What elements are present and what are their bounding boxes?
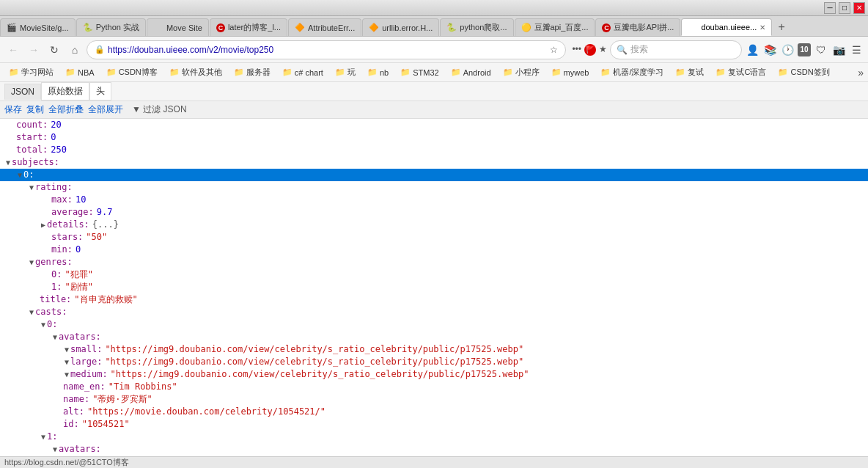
tab-urllib[interactable]: 🔶urllib.error.H...: [362, 18, 439, 36]
json-line-12: 0: "犯罪": [0, 268, 868, 281]
bookmark-4[interactable]: 📁服务器: [229, 65, 275, 79]
bookmark-label-13: 复试: [688, 67, 704, 78]
bookmark-12[interactable]: 📁机器/深度学习: [596, 65, 668, 79]
extensions-badge: 10: [798, 43, 811, 56]
camera-icon[interactable]: 📷: [831, 43, 846, 57]
json-line-2: total: 250: [0, 144, 868, 156]
search-bar[interactable]: 🔍 搜索: [610, 40, 742, 59]
more-icon[interactable]: •••: [572, 44, 581, 56]
json-toggle-26[interactable]: ▼: [53, 443, 57, 456]
json-key-5: rating:: [35, 181, 73, 194]
json-toggle-11[interactable]: ▼: [29, 256, 34, 268]
tab-close-douban2[interactable]: ✕: [760, 23, 765, 32]
bookmark-11[interactable]: 📁myweb: [547, 66, 594, 78]
bookmark-9[interactable]: 📁Android: [446, 66, 496, 78]
bookmark-13[interactable]: 📁复试: [671, 65, 708, 79]
bookmark-1[interactable]: 📁NBA: [61, 66, 99, 78]
tab-douban1[interactable]: 🟡豆瓣api_百度...: [515, 18, 595, 36]
json-key-19: large:: [70, 356, 102, 368]
bookmark-8[interactable]: 📁STM32: [396, 66, 443, 78]
json-toggle-17[interactable]: ▼: [53, 331, 57, 343]
history-icon[interactable]: 🕐: [780, 43, 795, 57]
json-toggle-4[interactable]: ▼: [18, 169, 22, 181]
tab-python[interactable]: 🐍Python 实战: [76, 18, 146, 36]
json-key-24: id:: [63, 418, 79, 431]
profile-icon[interactable]: 👤: [745, 43, 760, 57]
json-content[interactable]: count: 20start: 0total: 250▼subjects: ▼0…: [0, 119, 868, 456]
bookmark-label-14: 复试C语言: [728, 67, 766, 78]
collections-icon[interactable]: 📚: [762, 43, 777, 57]
forward-button[interactable]: →: [25, 41, 43, 59]
tab-later[interactable]: Clater的博客_l...: [210, 18, 287, 36]
json-action-2[interactable]: 全部折叠: [48, 103, 84, 116]
json-toggle-18[interactable]: ▼: [65, 343, 69, 356]
json-toggle-25[interactable]: ▼: [41, 431, 45, 443]
bookmark-0[interactable]: 📁学习网站: [4, 65, 58, 79]
minimize-button[interactable]: ─: [824, 2, 836, 14]
bookmark-5[interactable]: 📁c# chart: [278, 66, 328, 78]
tab-doubanapi[interactable]: C豆瓣电影API拼...: [595, 18, 680, 36]
json-action-0[interactable]: 保存: [4, 103, 22, 116]
maximize-button[interactable]: □: [839, 2, 850, 14]
url-bar[interactable]: 🔒 https://douban.uieee.com/v2/movie/top2…: [87, 40, 566, 59]
bookmark-6[interactable]: 📁玩: [331, 65, 360, 79]
json-key-22: name:: [63, 393, 89, 406]
bookmark-label-5: c# chart: [295, 68, 323, 77]
json-value-20: "https://img9.doubanio.com/view/celebrit…: [111, 368, 529, 381]
search-placeholder: 搜索: [630, 43, 735, 56]
new-tab-button[interactable]: +: [773, 18, 790, 36]
json-toggle-16[interactable]: ▼: [41, 318, 45, 331]
json-indent-8: [3, 219, 41, 231]
json-toggle-19[interactable]: ▼: [65, 356, 69, 368]
json-action-1[interactable]: 复制: [26, 103, 44, 116]
json-key-2: total:: [16, 144, 48, 156]
translate-icon[interactable]: ★: [599, 44, 607, 56]
bookmark-3[interactable]: 📁软件及其他: [165, 65, 227, 79]
close-button[interactable]: ✕: [853, 2, 865, 14]
tab-moviesite[interactable]: 🎬MovieSite/g...: [0, 18, 76, 36]
bookmark-2[interactable]: 📁CSDN博客: [102, 65, 162, 79]
json-toggle-27[interactable]: ▼: [65, 456, 69, 456]
tab-movesite[interactable]: Move Site: [147, 18, 209, 36]
url-actions: ☆: [550, 45, 558, 55]
tab-favicon-doubanapi: C: [602, 23, 611, 32]
json-indent-26: [3, 443, 53, 456]
bookmark-icon-9: 📁: [451, 67, 461, 77]
json-indent-22: [3, 393, 53, 406]
bookmarks-overflow-button[interactable]: »: [858, 67, 864, 78]
tab-douban2[interactable]: douban.uieee...✕: [681, 18, 772, 36]
json-action-3[interactable]: 全部展开: [88, 103, 123, 116]
bookmark-star-icon[interactable]: ☆: [550, 45, 558, 55]
shield-icon[interactable]: 🛡: [814, 43, 828, 57]
json-toggle-3[interactable]: ▼: [6, 156, 10, 169]
home-button[interactable]: ⌂: [66, 41, 84, 59]
tab-pycharm[interactable]: 🐍python爬取...: [440, 18, 513, 36]
json-tab-0[interactable]: JSON: [4, 84, 41, 100]
json-indent-19: [3, 356, 65, 368]
json-line-20: ▼medium: "https://img9.doubanio.com/view…: [0, 368, 868, 381]
tab-label-python: Python 实战: [96, 22, 139, 33]
tab-attrerr[interactable]: 🔶AttributeErr...: [288, 18, 361, 36]
tab-favicon-douban2: [688, 22, 698, 32]
bookmark-15[interactable]: 📁CSDN签到: [773, 65, 834, 79]
bookmark-icon-4: 📁: [234, 67, 244, 77]
json-toggle-5[interactable]: ▼: [29, 181, 34, 194]
filter-json-button[interactable]: ▼ 过滤 JSON: [132, 103, 187, 116]
bookmark-7[interactable]: 📁nb: [363, 66, 393, 78]
reload-button[interactable]: ↻: [45, 41, 63, 59]
json-key-25: 1:: [47, 431, 57, 443]
title-bar: ─ □ ✕: [0, 0, 868, 16]
json-key-10: min:: [51, 244, 73, 256]
bookmark-14[interactable]: 📁复试C语言: [711, 65, 770, 79]
json-value-18: "https://img9.doubanio.com/view/celebrit…: [105, 343, 523, 356]
json-toggle-20[interactable]: ▼: [65, 368, 69, 381]
bookmark-10[interactable]: 📁小程序: [499, 65, 544, 79]
json-line-14: title: "肖申克的救赎": [0, 293, 868, 306]
json-toggle-8[interactable]: ▶: [41, 219, 45, 231]
back-button[interactable]: ←: [4, 41, 22, 59]
json-toggle-15[interactable]: ▼: [29, 306, 34, 318]
json-tab-2[interactable]: 头: [89, 82, 111, 100]
menu-icon[interactable]: ☰: [849, 43, 864, 57]
json-tab-1[interactable]: 原始数据: [41, 82, 89, 100]
json-value-14: "肖申克的救赎": [74, 293, 137, 306]
